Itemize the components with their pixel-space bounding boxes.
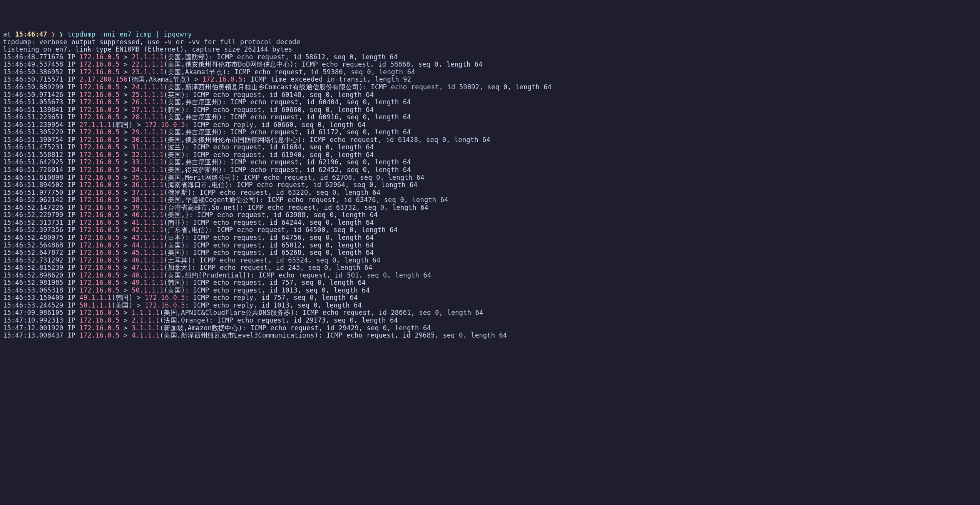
packet-line: 15:46:52.564868 IP 172.16.0.5 > 44.1.1.1… [3,242,977,249]
source-ip: 172.16.0.5 [79,181,119,189]
dest-ip: 23.1.1.1 [132,68,164,76]
dest-ip: 38.1.1.1 [132,196,164,204]
arrow-icon: > [120,249,132,256]
packet-line: 15:46:50.971426 IP 172.16.0.5 > 25.1.1.1… [3,91,977,99]
timestamp: 15:46:52.397356 [3,226,64,234]
dest-ip: 29.1.1.1 [132,128,164,136]
packet-details: : ICMP echo request, id 61428, seq 0, le… [302,136,490,144]
dest-ip: 172.16.0.5 [145,301,185,309]
timestamp: 15:46:52.981985 [3,279,64,286]
source-ip: 49.1.1.1 [79,294,111,301]
dest-ip: 1.1.1.1 [132,309,160,316]
location: (美国,俄亥俄州哥伦布市国防部网络信息中心) [164,136,301,144]
source-ip: 172.16.0.5 [79,189,119,196]
dest-ip: 2.1.1.1 [132,316,160,324]
packet-details: : ICMP echo request, id 29173, seq 0, le… [209,316,398,324]
arrow-icon: > [120,204,132,211]
packet-details: : ICMP echo request, id 28661, seq 0, le… [294,309,483,316]
arrow-icon: > [120,271,132,279]
dest-ip: 46.1.1.1 [132,256,164,264]
prompt-arrow-icon: ❯ [51,30,55,38]
timestamp: 15:46:52.731292 [3,256,64,264]
location: (美国,新泽西州伯灵顿县月桂山乡Comcast有线通信股份有限公司) [164,83,363,91]
packet-details: : ICMP echo reply, id 60660, seq 0, leng… [185,121,366,129]
arrow-icon: > [120,98,132,106]
source-ip: 172.16.0.5 [79,91,119,99]
packet-details: : ICMP echo reply, id 1013, seq 0, lengt… [185,301,362,309]
packet-details: : ICMP echo request, id 62708, seq 0, le… [236,174,424,181]
source-ip: 172.16.0.5 [79,204,119,211]
source-ip: 172.16.0.5 [79,279,119,286]
dest-ip: 48.1.1.1 [132,271,164,279]
ip-label: IP [64,98,80,106]
timestamp: 15:46:51.558812 [3,151,64,159]
ip-label: IP [64,68,80,76]
ip-label: IP [64,241,80,249]
timestamp: 15:46:51.642925 [3,158,64,166]
arrow-icon: > [120,53,132,61]
arrow-icon: > [120,234,132,241]
packet-line: 15:46:52.313731 IP 172.16.0.5 > 41.1.1.1… [3,219,977,227]
source-ip: 172.16.0.5 [79,256,119,264]
dest-ip: 3.1.1.1 [132,324,160,332]
source-ip: 172.16.0.5 [79,271,119,279]
dest-ip: 45.1.1.1 [132,249,164,256]
source-ip: 172.16.0.5 [79,234,119,241]
timestamp: 15:46:52.062142 [3,196,64,204]
packet-line: 15:46:52.480975 IP 172.16.0.5 > 43.1.1.1… [3,234,977,242]
location: (海南省海口市,电信) [164,181,229,189]
packet-details: : ICMP echo request, id 63732, seq 0, le… [240,204,428,211]
arrow-icon: > [120,106,132,114]
source-ip: 172.16.0.5 [79,113,119,121]
location: (美国,) [164,211,189,219]
arrow-icon: > [120,241,132,249]
arrow-icon: > [120,316,132,324]
packet-line: 15:47:09.986105 IP 172.16.0.5 > 1.1.1.1(… [3,309,977,317]
source-ip: 27.1.1.1 [79,121,111,129]
dest-ip: 49.1.1.1 [132,279,164,286]
source-ip: 172.16.0.5 [79,249,119,256]
source-ip: 172.16.0.5 [79,151,119,159]
packet-details: : ICMP echo request, id 63988, seq 0, le… [189,211,378,219]
packet-line: 15:46:51.810898 IP 172.16.0.5 > 35.1.1.1… [3,174,977,182]
source-ip: 172.16.0.5 [79,158,119,166]
location: (美国,国防部) [164,53,209,61]
source-ip: 172.16.0.5 [79,136,119,144]
dest-ip: 37.1.1.1 [132,189,164,196]
arrow-icon: > [120,158,132,166]
timestamp: 15:46:52.815239 [3,264,64,271]
arrow-icon: > [120,189,132,196]
packet-line: 15:46:52.229799 IP 172.16.0.5 > 40.1.1.1… [3,211,977,219]
dest-ip: 43.1.1.1 [132,234,164,241]
packet-details: : ICMP echo request, id 245, seq 0, leng… [192,264,373,271]
packet-details: : ICMP echo request, id 64756, seq 0, le… [185,234,374,241]
arrow-icon: > [120,196,132,204]
arrow-icon: > [133,301,145,309]
dest-ip: 25.1.1.1 [132,91,164,99]
location: (美国,弗吉尼亚州) [164,98,222,106]
ip-label: IP [64,264,80,271]
location: (美国,纽约[Prudential]) [164,271,250,279]
source-ip: 50.1.1.1 [79,301,111,309]
ip-label: IP [64,196,80,204]
ip-label: IP [64,301,80,309]
packet-line: 15:46:51.139841 IP 172.16.0.5 > 27.1.1.1… [3,106,977,114]
timestamp: 15:46:49.537458 [3,60,64,68]
timestamp: 15:46:52.647872 [3,249,64,256]
packet-details: : ICMP echo request, id 65268, seq 0, le… [185,249,374,256]
location: (美国) [164,286,185,294]
ip-label: IP [64,279,80,286]
timestamp: 15:46:53.065318 [3,286,64,294]
arrow-icon: > [120,91,132,99]
timestamp: 15:46:52.229799 [3,211,64,219]
terminal-output[interactable]: at 15:46:47 ❯ ❯ tcpdump -nni en7 icmp | … [3,31,977,339]
arrow-icon: > [120,68,132,76]
dest-ip: 4.1.1.1 [132,331,160,339]
location: (俄罗斯) [164,189,191,196]
ip-label: IP [64,249,80,256]
packet-line: 15:46:51.894502 IP 172.16.0.5 > 36.1.1.1… [3,181,977,189]
source-ip: 172.16.0.5 [79,211,119,219]
dest-ip: 30.1.1.1 [132,136,164,144]
location: (美国,俄亥俄州哥伦布市DoD网络信息中心) [164,60,294,68]
timestamp: 15:46:51.055673 [3,98,64,106]
